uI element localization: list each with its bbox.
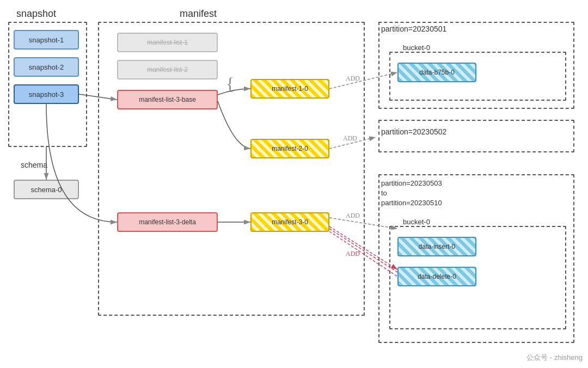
watermark: 公众号 - zhisheng bbox=[526, 353, 583, 363]
schema-section-label: schema bbox=[21, 161, 47, 169]
partition-20230501-label: partition=20230501 bbox=[381, 24, 446, 33]
manifest-3-0-box: manifest-3-0 bbox=[250, 212, 329, 232]
manifest-label: manifest bbox=[180, 8, 217, 20]
partition-20230502-box bbox=[378, 120, 574, 152]
snapshot-3-box: snapshot-3 bbox=[14, 84, 79, 104]
manifest-list-3-delta-box: manifest-list-3-delta bbox=[117, 212, 218, 232]
diagram-container: snapshot snapshot-1 snapshot-2 snapshot-… bbox=[0, 0, 588, 368]
data-delete-0-box: data-delete-0 bbox=[397, 267, 476, 286]
snapshot-label: snapshot bbox=[16, 8, 56, 20]
partition-20230502-label: partition=20230502 bbox=[381, 127, 446, 136]
data-b75b-0-box: data-b75b-0 bbox=[397, 63, 476, 82]
manifest-1-0-box: manifest-1-0 bbox=[250, 79, 329, 99]
snapshot-1-box: snapshot-1 bbox=[14, 30, 79, 50]
data-insert-0-box: data-insert-0 bbox=[397, 237, 476, 256]
bucket-0-label-p3: bucket-0 bbox=[403, 218, 430, 226]
manifest-list-3-base-box: manifest-list-3-base bbox=[117, 90, 218, 109]
manifest-2-0-box: manifest-2-0 bbox=[250, 139, 329, 158]
manifest-list-2-box: manifest-list-2 bbox=[117, 60, 218, 79]
snapshot-2-box: snapshot-2 bbox=[14, 57, 79, 77]
schema-0-box: schema-0 bbox=[14, 180, 79, 199]
bucket-0-label-p1: bucket-0 bbox=[403, 44, 430, 52]
manifest-list-1-box: manifest-list-1 bbox=[117, 33, 218, 52]
partition-20230503-10-label: partition=20230503 to partition=20230510 bbox=[381, 179, 442, 208]
